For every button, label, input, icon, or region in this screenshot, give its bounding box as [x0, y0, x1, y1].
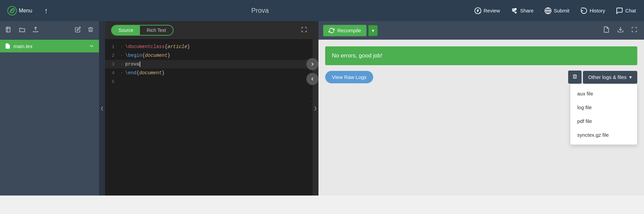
sidebar: main.tex	[0, 21, 99, 196]
file-icon	[5, 43, 11, 49]
submit-icon	[544, 7, 552, 14]
sync-right-button[interactable]	[306, 58, 318, 70]
upload-file-button[interactable]	[30, 24, 41, 37]
top-nav: Menu ↑ Prova Review Share	[0, 0, 644, 21]
chat-icon	[616, 7, 623, 14]
upload-button[interactable]: ↑	[42, 4, 51, 18]
dropdown-item-aux[interactable]: aux file	[571, 87, 637, 100]
file-name: main.tex	[13, 43, 33, 49]
main-layout: main.tex Source Rich Text 1 · \documentc…	[0, 21, 644, 196]
code-editor[interactable]: 1 · \documentclass{article} 2 · \begin{d…	[105, 40, 312, 196]
preview-content: No errors, good job! View Raw Logs Other…	[318, 40, 644, 196]
trash-icon	[572, 74, 578, 79]
expand-editor-button[interactable]	[299, 25, 309, 36]
review-label: Review	[484, 8, 500, 13]
document-icon	[603, 26, 610, 33]
menu-label: Menu	[19, 8, 32, 14]
editor-toolbar: Source Rich Text	[105, 21, 312, 40]
review-button[interactable]: Review	[469, 4, 505, 17]
svg-rect-11	[6, 27, 10, 32]
other-logs-container: Other logs & files ▾ aux file log file p…	[583, 71, 637, 84]
code-line-5: 5	[105, 77, 312, 86]
other-logs-arrow: ▾	[629, 74, 632, 80]
history-label: History	[590, 8, 605, 13]
new-file-button[interactable]	[3, 24, 14, 37]
share-label: Share	[520, 8, 534, 13]
nav-left: Menu ↑	[3, 3, 51, 18]
recompile-icon	[329, 28, 335, 34]
submit-button[interactable]: Submit	[540, 4, 574, 17]
other-logs-dropdown: aux file log file pdf file synctex.gz fi…	[570, 84, 637, 145]
editor-pane: Source Rich Text 1 · \documentclass{arti…	[105, 21, 312, 196]
rich-text-tab[interactable]: Rich Text	[140, 26, 172, 35]
chevron-down-icon	[89, 43, 94, 49]
preview-pane: Recompile ▾ No errors, good job! View Ra…	[318, 21, 644, 196]
sync-left-button[interactable]	[306, 73, 318, 85]
preview-toolbar: Recompile ▾	[318, 21, 644, 40]
review-icon	[474, 7, 482, 14]
expand-icon	[631, 27, 637, 33]
recompile-label: Recompile	[337, 28, 361, 33]
editor-options-dots[interactable]: ⋮	[308, 100, 312, 103]
code-line-1: 1 · \documentclass{article}	[105, 42, 312, 51]
history-button[interactable]: History	[576, 4, 610, 17]
nav-right: Review Share Submit History	[469, 4, 641, 17]
source-rich-toggle: Source Rich Text	[111, 25, 174, 36]
code-line-2: 2 · \begin{document}	[105, 51, 312, 60]
expand-preview-button[interactable]	[629, 25, 639, 36]
main-tex-file[interactable]: main.tex	[0, 40, 99, 52]
success-banner: No errors, good job!	[325, 46, 637, 65]
submit-label: Submit	[554, 8, 569, 13]
chat-label: Chat	[625, 8, 636, 13]
sidebar-content	[0, 52, 99, 196]
svg-point-0	[8, 6, 16, 15]
history-icon	[580, 7, 588, 14]
share-button[interactable]: Share	[506, 4, 538, 17]
view-raw-logs-button[interactable]: View Raw Logs	[325, 71, 373, 83]
collapse-preview-button[interactable]	[312, 21, 318, 196]
download-icon	[617, 26, 624, 33]
preview-actions: View Raw Logs Other logs & files ▾ aux f…	[325, 71, 637, 84]
clear-logs-button[interactable]	[568, 71, 582, 84]
dropdown-item-log[interactable]: log file	[571, 100, 637, 114]
share-icon	[511, 7, 518, 14]
dropdown-item-synctex[interactable]: synctex.gz file	[571, 128, 637, 142]
svg-point-9	[512, 9, 515, 12]
other-logs-button[interactable]: Other logs & files ▾	[583, 71, 637, 84]
document-title: Prova	[51, 7, 469, 14]
sidebar-toolbar	[0, 21, 99, 40]
download-pdf-button[interactable]	[615, 24, 626, 37]
collapse-sidebar-button[interactable]	[99, 21, 105, 196]
code-line-4: 4 · \end{document}	[105, 69, 312, 77]
delete-button[interactable]	[86, 25, 96, 36]
menu-button[interactable]: Menu	[3, 3, 36, 18]
open-folder-button[interactable]	[17, 24, 28, 37]
edit-button[interactable]	[73, 25, 83, 36]
chat-button[interactable]: Chat	[611, 4, 641, 17]
source-tab[interactable]: Source	[112, 26, 140, 35]
recompile-button[interactable]: Recompile	[323, 25, 366, 36]
dropdown-item-pdf[interactable]: pdf file	[571, 114, 637, 128]
recompile-dropdown-button[interactable]: ▾	[368, 25, 378, 36]
other-logs-label: Other logs & files	[588, 74, 627, 80]
code-line-3: 3 · prova	[105, 60, 312, 69]
pdf-view-button[interactable]	[601, 24, 612, 37]
svg-point-4	[515, 12, 516, 13]
logo-icon	[7, 6, 17, 15]
